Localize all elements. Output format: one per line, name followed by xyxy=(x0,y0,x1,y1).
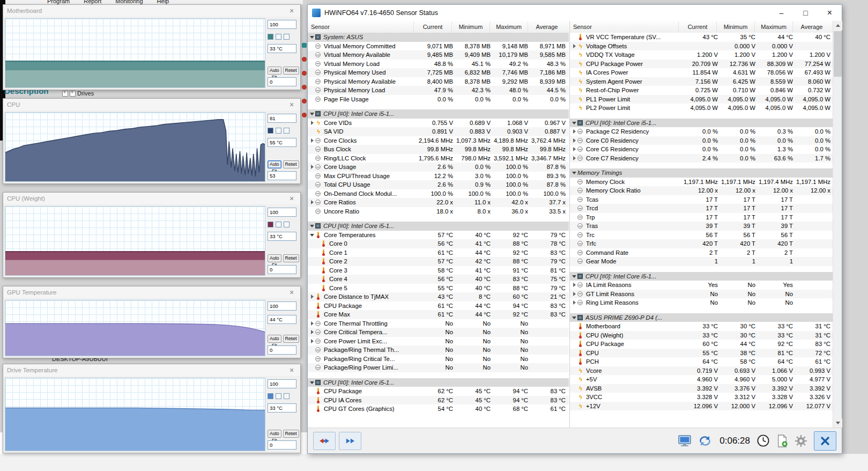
series-color-swatch[interactable] xyxy=(284,222,290,227)
sensor-row[interactable]: Core VIDs0.755 V0.689 V1.068 V0.967 V xyxy=(308,119,569,128)
sensor-row[interactable]: Core Ratios22.0 x11.0 x42.0 x37.7 x xyxy=(308,198,569,207)
chevron-right-icon[interactable] xyxy=(309,338,315,344)
sensor-row[interactable]: CPU Package Power20.709 W12.736 W88.309 … xyxy=(570,60,834,69)
chevron-right-icon[interactable] xyxy=(572,146,577,152)
sensor-group-row[interactable]: CPU [#0]: Intel Core i5-1... xyxy=(308,109,569,119)
chevron-down-icon[interactable] xyxy=(309,232,315,238)
sensor-group-row[interactable]: CPU [#0]: Intel Core i5-1... xyxy=(570,119,834,128)
sensor-row[interactable]: Uncore Ratio18.0 x8.0 x36.0 x33.5 x xyxy=(308,207,569,216)
graph-window-titlebar[interactable]: CPU × xyxy=(3,99,300,111)
reset-button[interactable]: Reset xyxy=(283,67,299,75)
sensor-row[interactable]: PL2 Power Limit4,095.0 W4,095.0 W4,095.0… xyxy=(570,104,834,113)
auto-fit-button[interactable]: Auto Fit xyxy=(268,67,281,75)
sensor-row[interactable]: 3VCC3.328 V3.312 V3.328 V3.326 V xyxy=(570,393,834,402)
sensor-row[interactable]: Tras39 T39 T39 T xyxy=(570,222,834,231)
graph-window-titlebar[interactable]: Drive Temperature × xyxy=(3,364,300,376)
chevron-down-icon[interactable] xyxy=(309,34,315,40)
sensor-row[interactable]: Max CPU/Thread Usage12.2 %3.0 %100.0 %89… xyxy=(308,172,569,181)
close-icon[interactable]: × xyxy=(287,288,296,297)
current-value-field[interactable]: 33 °C xyxy=(268,403,296,413)
chevron-down-icon[interactable] xyxy=(309,379,315,386)
sensor-row[interactable]: Package/Ring Power Limi...NoNoNo xyxy=(308,363,569,372)
sensor-row[interactable]: Core Clocks2,194.6 MHz1,097.3 MHz4,189.8… xyxy=(308,136,569,145)
sensor-row[interactable]: IA Limit ReasonsYesNoYes xyxy=(570,281,834,290)
sensor-group-row[interactable]: CPU [#0]: Intel Core i5-1... xyxy=(308,222,569,231)
chevron-right-icon[interactable] xyxy=(309,164,315,170)
chevron-right-icon[interactable] xyxy=(309,320,315,327)
scale-max-field[interactable]: 100 xyxy=(268,20,296,29)
menu-item-program[interactable]: Program xyxy=(47,0,70,4)
sensor-row[interactable]: Total CPU Usage2.6 %0.9 %100.0 %87.8 % xyxy=(308,180,569,189)
scrollbar-thumb[interactable] xyxy=(834,31,842,77)
current-value-field[interactable]: 33 °C xyxy=(268,44,296,53)
sensor-row[interactable]: CPU Package60 °C44 °C92 °C83 °C xyxy=(570,340,834,349)
sensor-row[interactable]: Core 056 °C41 °C88 °C78 °C xyxy=(308,239,569,248)
graph-window-titlebar[interactable]: Motherboard × xyxy=(3,5,300,17)
sensor-row[interactable]: Core Distance to TjMAX43 °C8 °C60 °C21 °… xyxy=(308,292,569,301)
sensor-row[interactable]: SA VID0.891 V0.883 V0.903 V0.887 V xyxy=(308,127,569,136)
chevron-right-icon[interactable] xyxy=(309,199,315,205)
sensor-row[interactable]: CPU GT Cores (Graphics)54 °C40 °C68 °C61… xyxy=(308,404,569,414)
sensor-row[interactable]: Vcore0.719 V0.693 V1.066 V0.993 V xyxy=(570,366,834,376)
sensor-row[interactable]: CPU (Weight)33 °C30 °C33 °C31 °C xyxy=(570,331,834,340)
sensor-row[interactable]: Virtual Memory Available9,485 MB9,409 MB… xyxy=(308,50,569,60)
maximize-button[interactable]: □ xyxy=(793,5,818,21)
refresh-sensors-button[interactable] xyxy=(698,435,712,447)
chevron-down-icon[interactable] xyxy=(572,170,577,176)
sensor-group-row[interactable]: Memory Timings xyxy=(570,168,834,178)
sensor-group-row[interactable]: System: ASUS xyxy=(308,33,569,42)
auto-fit-button[interactable]: Auto Fit xyxy=(268,335,281,343)
series-color-swatch[interactable] xyxy=(276,34,281,40)
sensor-row[interactable]: PL1 Power Limit4,095.0 W4,095.0 W4,095.0… xyxy=(570,95,834,104)
minimize-button[interactable]: – xyxy=(769,5,793,21)
sensor-row[interactable]: Package C2 Residency0.0 %0.0 %0.3 %0.0 % xyxy=(570,127,834,136)
chevron-down-icon[interactable] xyxy=(572,120,577,126)
sensor-row[interactable]: Memory Clock1,197.1 MHz1,197.1 MHz1,197.… xyxy=(570,178,834,187)
series-color-swatch[interactable] xyxy=(268,222,273,227)
series-color-swatch[interactable] xyxy=(276,393,281,399)
sensor-row[interactable]: Ring Limit ReasonsNoNoNo xyxy=(570,298,834,307)
close-sensors-button[interactable] xyxy=(814,431,836,451)
chevron-right-icon[interactable] xyxy=(572,291,577,297)
sensor-row[interactable]: GT Limit ReasonsNoNoNo xyxy=(570,290,834,299)
auto-fit-button[interactable]: Auto Fit xyxy=(268,430,281,438)
sensor-row[interactable]: Core C0 Residency0.0 %0.0 %0.0 %0.0 % xyxy=(570,136,834,145)
sensor-row[interactable]: Physical Memory Available8,400 MB8,378 M… xyxy=(308,77,569,86)
menu-item-report[interactable]: Report xyxy=(84,0,101,4)
sensor-row[interactable]: Virtual Memory Committed9,071 MB8,378 MB… xyxy=(308,42,569,51)
scale-max-field[interactable]: 81 xyxy=(268,114,296,123)
sensor-row[interactable]: Package/Ring Critical Te...NoNoNo xyxy=(308,355,569,364)
sensor-row[interactable]: Core C7 Residency2.4 %0.0 %63.6 %1.7 % xyxy=(570,154,834,163)
scale-max-field[interactable]: 100 xyxy=(268,301,296,311)
sensor-row[interactable]: Memory Clock Ratio12.00 x12.00 x12.00 x1… xyxy=(570,186,834,195)
sensor-row[interactable]: Core Thermal ThrottlingNoNoNo xyxy=(308,319,569,328)
sensor-row[interactable]: Virtual Memory Load48.8 %45.1 %49.2 %48.… xyxy=(308,60,569,69)
close-icon[interactable]: × xyxy=(287,366,296,374)
chevron-down-icon[interactable] xyxy=(572,273,577,279)
sensor-row[interactable]: AVSB3.392 V3.376 V3.392 V3.392 V xyxy=(570,384,834,393)
sensor-row[interactable]: Command Rate2 T2 T2 T xyxy=(570,248,834,257)
scroll-up-arrow[interactable] xyxy=(833,21,842,30)
sensor-row[interactable]: VR VCC Temperature (SV...43 °C35 °C44 °C… xyxy=(570,33,834,42)
chevron-right-icon[interactable] xyxy=(572,43,577,49)
scale-min-field[interactable]: 0 xyxy=(268,77,296,86)
sensor-row[interactable]: Core Power Limit Exc...NoNoNo xyxy=(308,337,569,346)
sensor-row[interactable]: Core 257 °C42 °C88 °C79 °C xyxy=(308,257,569,266)
sensor-row[interactable]: Core Max61 °C44 °C92 °C83 °C xyxy=(308,310,569,319)
close-icon[interactable]: × xyxy=(287,100,296,109)
chevron-down-icon[interactable] xyxy=(572,314,577,321)
vertical-scrollbar[interactable] xyxy=(833,21,842,428)
chevron-right-icon[interactable] xyxy=(309,329,315,335)
sensor-row[interactable]: Core Temperatures57 °C40 °C92 °C79 °C xyxy=(308,231,569,240)
chevron-right-icon[interactable] xyxy=(572,299,577,306)
sensor-row[interactable]: On-Demand Clock Modul...100.0 %100.0 %10… xyxy=(308,189,569,198)
sensor-row[interactable]: System Agent Power7.156 W6.425 W8.559 W8… xyxy=(570,77,834,86)
reset-button[interactable]: Reset xyxy=(283,254,299,262)
sensor-row[interactable]: Physical Memory Load47.9 %42.3 %48.0 %44… xyxy=(308,86,569,95)
sensor-row[interactable]: Core 161 °C44 °C92 °C83 °C xyxy=(308,248,569,257)
graph-window-titlebar[interactable]: CPU (Weight) × xyxy=(3,193,300,204)
scale-max-field[interactable]: 100 xyxy=(268,208,296,217)
sensor-row[interactable]: IA Cores Power11.854 W4.631 W78.056 W67.… xyxy=(570,68,834,77)
sensor-row[interactable]: Core C6 Residency0.0 %0.0 %1.3 %0.0 % xyxy=(570,145,834,154)
sensor-row[interactable]: Tcas17 T17 T17 T xyxy=(570,195,834,204)
